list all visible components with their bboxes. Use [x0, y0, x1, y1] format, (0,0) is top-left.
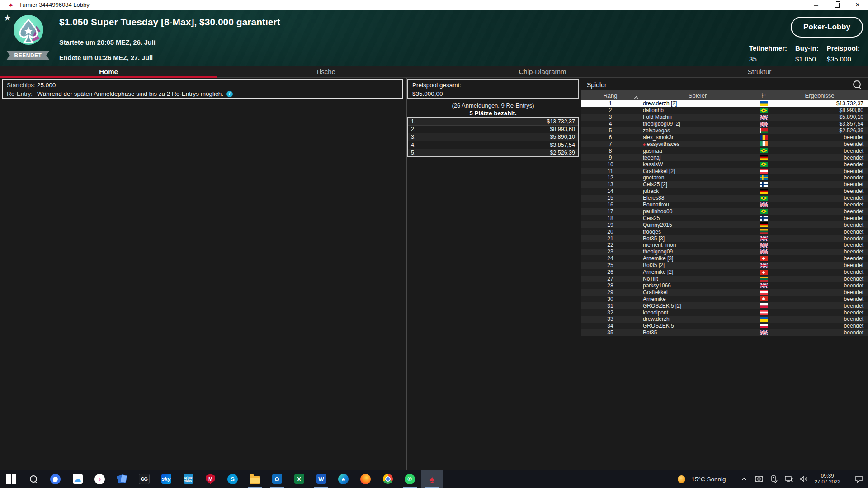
player-row-15[interactable]: 15Eleres88beendet [581, 195, 868, 202]
taskbar-start-icon[interactable] [0, 470, 22, 488]
player-row-26[interactable]: 26Arnemike [2]beendet [581, 269, 868, 276]
player-name: Arnemike [639, 296, 756, 302]
player-row-5[interactable]: 5zelvavegas$2.526,39 [581, 127, 868, 134]
player-row-33[interactable]: 33drew.derzhbeendet [581, 316, 868, 323]
taskbar-chrome-icon[interactable] [377, 470, 399, 488]
clock-time: 09:39 [814, 473, 840, 479]
player-row-27[interactable]: 27NoTilitbeendet [581, 276, 868, 282]
player-row-7[interactable]: 7♠easywithacesbeendet [581, 141, 868, 147]
network-icon[interactable] [784, 475, 793, 483]
tournament-title: $1.050 Super Tuesday [8-Max], $30.000 ga… [59, 17, 280, 28]
player-result: beendet [771, 262, 868, 268]
taskbar-excel-icon[interactable]: X [288, 470, 310, 488]
taskbar-icloud-icon[interactable]: ☁ [66, 470, 89, 488]
stat-preispool: Preispool:$35.000 [827, 44, 860, 63]
player-rank: 6 [581, 134, 639, 141]
notification-center-icon[interactable] [854, 475, 863, 483]
search-icon[interactable] [853, 80, 861, 88]
taskbar-prime-video-icon[interactable]: primevideo [177, 470, 199, 488]
taskbar-signal-icon[interactable] [44, 470, 66, 488]
players-title: Spieler [587, 81, 607, 89]
taskbar-skype-icon[interactable]: S [222, 470, 244, 488]
player-result: beendet [771, 181, 868, 188]
tab-struktur[interactable]: Struktur [651, 66, 868, 78]
column-header-result[interactable]: Ergebnisse [771, 92, 868, 99]
player-row-28[interactable]: 28parksy1066beendet [581, 282, 868, 289]
player-name: Bot35 [3] [639, 235, 756, 242]
flag-uk-icon [756, 122, 771, 127]
taskbar-mcafee-icon[interactable]: M [199, 470, 222, 488]
player-row-20[interactable]: 20trooqesbeendet [581, 228, 868, 235]
player-row-8[interactable]: 8gusmaabeendet [581, 147, 868, 154]
player-row-19[interactable]: 19Quinny2015beendet [581, 221, 868, 228]
player-row-23[interactable]: 23thebigdog09beendet [581, 249, 868, 255]
flag-ukraine-icon [756, 317, 771, 322]
player-rank: 10 [581, 161, 639, 168]
taskbar-itunes-icon[interactable]: ♪ [89, 470, 111, 488]
player-row-22[interactable]: 22mement_moribeendet [581, 242, 868, 249]
player-result: $5.890,10 [771, 114, 868, 120]
taskbar-firefox-icon[interactable] [354, 470, 377, 488]
taskbar-word-icon[interactable]: W [310, 470, 332, 488]
player-name: daltonhb [639, 107, 756, 113]
minimize-button[interactable]: ─ [806, 0, 826, 10]
player-row-12[interactable]: 12gnetarenbeendet [581, 174, 868, 181]
taskbar-search-icon[interactable] [22, 470, 44, 488]
player-row-29[interactable]: 29Graftekkelbeendet [581, 289, 868, 296]
player-row-4[interactable]: 4thebigdog09 [2]$3.857,54 [581, 121, 868, 127]
taskbar-sky-icon[interactable]: sky [155, 470, 177, 488]
player-row-2[interactable]: 2daltonhb$8.993,60 [581, 107, 868, 114]
player-row-32[interactable]: 32krendipontbeendet [581, 309, 868, 316]
taskbar-outlook-icon[interactable]: O [266, 470, 288, 488]
column-header-player[interactable]: Spieler [639, 92, 756, 99]
player-rank: 4 [581, 121, 639, 127]
player-rank: 13 [581, 181, 639, 188]
player-row-31[interactable]: 31GROSZEK 5 [2]beendet [581, 302, 868, 309]
volume-icon[interactable] [799, 475, 808, 483]
player-row-18[interactable]: 18Ceis25beendet [581, 215, 868, 221]
taskbar-pokerstars-icon[interactable]: ♠ [421, 470, 443, 488]
player-row-1[interactable]: 1drew.derzh [2]$13.732,37 [581, 100, 868, 107]
column-header-rank[interactable]: Rang [581, 92, 639, 99]
player-row-17[interactable]: 17paulinhoo00beendet [581, 208, 868, 215]
tab-tische[interactable]: Tische [217, 66, 434, 78]
player-row-25[interactable]: 25Bot35 [2]beendet [581, 262, 868, 269]
taskbar-ggpoker-icon[interactable]: GG [133, 470, 155, 488]
poker-lobby-button[interactable]: Poker-Lobby [791, 17, 863, 38]
player-row-24[interactable]: 24Arnemike [3]beendet [581, 255, 868, 262]
weather-text[interactable]: 15°C Sonnig [691, 476, 726, 483]
taskbar-file-explorer-icon[interactable] [244, 470, 266, 488]
player-name: mement_mori [639, 242, 756, 248]
player-row-10[interactable]: 10kassisWbeendet [581, 161, 868, 168]
flag-uk-icon [756, 243, 771, 248]
player-row-30[interactable]: 30Arnemikebeendet [581, 296, 868, 302]
taskbar-whatsapp-icon[interactable]: ✆ [399, 470, 421, 488]
player-row-11[interactable]: 11Graftekkel [2]beendet [581, 168, 868, 174]
taskbar-poker-cards-icon[interactable] [111, 470, 133, 488]
restore-button[interactable] [826, 0, 847, 10]
tab-chip-diagramm[interactable]: Chip-Diagramm [434, 66, 651, 78]
info-icon[interactable]: i [226, 91, 233, 97]
player-row-21[interactable]: 21Bot35 [3]beendet [581, 235, 868, 242]
player-row-9[interactable]: 9teeenajbeendet [581, 154, 868, 161]
weather-sun-icon[interactable] [678, 475, 685, 483]
taskbar-edge-icon[interactable]: e [332, 470, 354, 488]
meet-now-icon[interactable] [755, 475, 764, 483]
tab-home[interactable]: Home [0, 66, 217, 78]
player-row-3[interactable]: 3Fold Machiii$5.890,10 [581, 114, 868, 121]
prize-amount: $8.993,60 [550, 126, 575, 132]
taskbar-clock[interactable]: 09:39 27.07.2022 [814, 473, 840, 485]
prize-amount: $3.857,54 [550, 142, 575, 148]
favorite-star-icon[interactable]: ★ [4, 13, 11, 23]
player-row-16[interactable]: 16Bounatiroubeendet [581, 202, 868, 208]
tab-bar: HomeTischeChip-DiagrammStruktur [0, 66, 868, 78]
close-button[interactable]: × [847, 0, 868, 10]
column-header-flag[interactable]: ⚐ [756, 92, 771, 99]
player-row-13[interactable]: 13Ceis25 [2]beendet [581, 181, 868, 188]
usb-device-icon[interactable] [769, 475, 778, 483]
player-row-6[interactable]: 6alex_smok3rbeendet [581, 134, 868, 141]
player-row-14[interactable]: 14jutrackbeendet [581, 188, 868, 195]
player-row-34[interactable]: 34GROSZEK 5beendet [581, 323, 868, 329]
tray-expand-chevron-icon[interactable] [740, 477, 749, 481]
player-row-35[interactable]: 35Bot35beendet [581, 329, 868, 336]
